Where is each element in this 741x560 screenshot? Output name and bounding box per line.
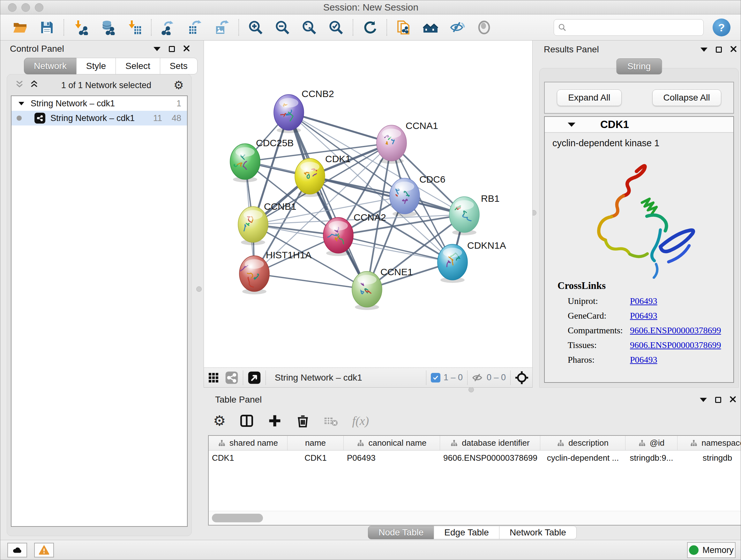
float-panel-icon[interactable]: [169, 46, 175, 52]
import-network-file-button[interactable]: [67, 17, 94, 38]
column-header-database-identifier[interactable]: database identifier: [440, 436, 540, 450]
table-cell[interactable]: P06493: [344, 450, 440, 465]
search-input[interactable]: [567, 20, 699, 35]
network-edge[interactable]: [289, 112, 392, 143]
search-icon: [558, 23, 567, 32]
network-options-gear-icon[interactable]: ⚙: [174, 79, 184, 91]
network-node-CCNA2[interactable]: [323, 217, 353, 256]
memory-button[interactable]: Memory: [687, 542, 736, 558]
import-table-file-button[interactable]: [121, 17, 148, 38]
column-header-description[interactable]: description: [540, 436, 625, 450]
import-table-icon: [127, 20, 142, 35]
network-collection-row[interactable]: String Network – cdk1 1: [11, 96, 187, 111]
help-button[interactable]: ?: [713, 18, 731, 37]
window-titlebar[interactable]: Session: New Session: [0, 0, 741, 14]
network-node-RB1[interactable]: [449, 197, 479, 235]
export-image-button[interactable]: [208, 17, 235, 38]
network-node-CDKN1A[interactable]: [437, 244, 468, 283]
export-image-icon: [214, 20, 229, 35]
show-hide-graphics-button[interactable]: [444, 17, 471, 38]
zoom-out-button[interactable]: [269, 17, 296, 38]
column-header-namespace[interactable]: namespace: [677, 436, 741, 450]
column-header-name[interactable]: name: [287, 436, 344, 450]
gene-section-header[interactable]: CDK1: [545, 117, 733, 133]
crosslink-link[interactable]: P06493: [630, 355, 657, 365]
tab-network[interactable]: Network: [24, 58, 77, 74]
open-in-new-window-button[interactable]: [248, 371, 261, 384]
cloud-status-button[interactable]: [7, 543, 27, 557]
close-panel-icon[interactable]: [730, 396, 736, 404]
network-row-selected[interactable]: String Network – cdk1 11 48: [11, 111, 187, 125]
table-options-gear-icon[interactable]: ⚙: [213, 415, 226, 427]
table-cell[interactable]: CDK1: [209, 450, 287, 465]
table-cell[interactable]: CDK1: [287, 450, 344, 465]
table-cell[interactable]: cyclin-dependent ...: [540, 450, 625, 465]
tab-style[interactable]: Style: [76, 58, 116, 74]
float-panel-icon[interactable]: [715, 397, 721, 403]
crosslinks-title: CrossLinks: [557, 280, 733, 292]
save-session-button[interactable]: [33, 17, 60, 38]
table-cell[interactable]: stringdb: [677, 450, 741, 465]
panel-menu-icon[interactable]: [700, 398, 707, 402]
table-cell[interactable]: 9606.ENSP00000378699: [440, 450, 540, 465]
collapse-all-networks-icon[interactable]: [15, 79, 24, 91]
tab-select[interactable]: Select: [116, 58, 160, 74]
left-splitter-handle[interactable]: [196, 287, 202, 292]
tab-node-table[interactable]: Node Table: [368, 526, 434, 539]
float-panel-icon[interactable]: [716, 47, 722, 53]
gene-expand-icon[interactable]: [568, 123, 576, 127]
network-from-clipboard-button[interactable]: [390, 17, 417, 38]
crosslink-link[interactable]: P06493: [630, 296, 657, 306]
network-node-CCNB2[interactable]: [274, 95, 304, 133]
network-node-CCNA1[interactable]: [377, 125, 407, 164]
selected-checkbox[interactable]: [431, 373, 441, 382]
close-panel-icon[interactable]: [183, 45, 190, 53]
birdseye-toggle-button[interactable]: [515, 371, 529, 384]
collapse-all-button[interactable]: Collapse All: [652, 89, 721, 106]
zoom-fit-button[interactable]: [296, 17, 323, 38]
network-edge[interactable]: [289, 112, 367, 289]
network-edge[interactable]: [254, 273, 367, 289]
crosslink-link[interactable]: 9606.ENSP00000378699: [630, 325, 721, 335]
import-network-database-button[interactable]: [94, 17, 121, 38]
tab-string[interactable]: String: [616, 58, 662, 74]
tab-edge-table[interactable]: Edge Table: [434, 526, 499, 539]
network-node-CCNE1[interactable]: [352, 271, 382, 310]
scrollbar-thumb[interactable]: [212, 514, 263, 522]
network-node-CCNB1[interactable]: [238, 206, 268, 245]
add-column-icon[interactable]: [268, 414, 282, 428]
zoom-in-button[interactable]: [242, 17, 269, 38]
export-network-button[interactable]: [155, 17, 182, 38]
tab-network-table[interactable]: Network Table: [499, 526, 577, 539]
expand-all-button[interactable]: Expand All: [557, 89, 621, 106]
network-node-HIST1H1A[interactable]: [239, 256, 269, 294]
zoom-selected-button[interactable]: [323, 17, 349, 38]
gray-eye-button[interactable]: [471, 17, 497, 38]
close-panel-icon[interactable]: [730, 46, 737, 54]
view-grid-button[interactable]: [208, 372, 219, 383]
expand-all-networks-icon[interactable]: [29, 79, 39, 91]
open-session-button[interactable]: [7, 17, 33, 38]
view-network-button[interactable]: [225, 371, 239, 384]
refresh-layout-button[interactable]: [356, 17, 383, 38]
network-canvas[interactable]: CCNB2CCNA1CDC25BCDK1CDC6RB1CCNB1CCNA2CDK…: [204, 41, 533, 368]
collection-expand-icon[interactable]: [18, 102, 24, 105]
column-header-label: namespace: [701, 438, 741, 448]
panel-menu-icon[interactable]: [153, 47, 160, 51]
column-header-@id[interactable]: @id: [625, 436, 677, 450]
home-networks-button[interactable]: [417, 17, 444, 38]
panel-menu-icon[interactable]: [700, 48, 708, 52]
delete-column-icon[interactable]: [296, 414, 310, 428]
show-columns-icon[interactable]: [240, 414, 254, 428]
column-header-canonical-name[interactable]: canonical name: [344, 436, 440, 450]
column-header-shared-name[interactable]: shared name: [209, 436, 287, 450]
crosslink-link[interactable]: P06493: [630, 311, 657, 321]
network-node-CDC25B[interactable]: [230, 144, 260, 182]
horizontal-scrollbar[interactable]: [209, 511, 741, 525]
warnings-button[interactable]: [34, 543, 54, 557]
table-row[interactable]: CDK1CDK1P064939606.ENSP00000378699cyclin…: [209, 450, 741, 465]
tab-sets[interactable]: Sets: [160, 58, 198, 74]
export-table-button[interactable]: [182, 17, 208, 38]
table-cell[interactable]: stringdb:9...: [625, 450, 677, 465]
crosslink-link[interactable]: 9606.ENSP00000378699: [630, 340, 721, 350]
